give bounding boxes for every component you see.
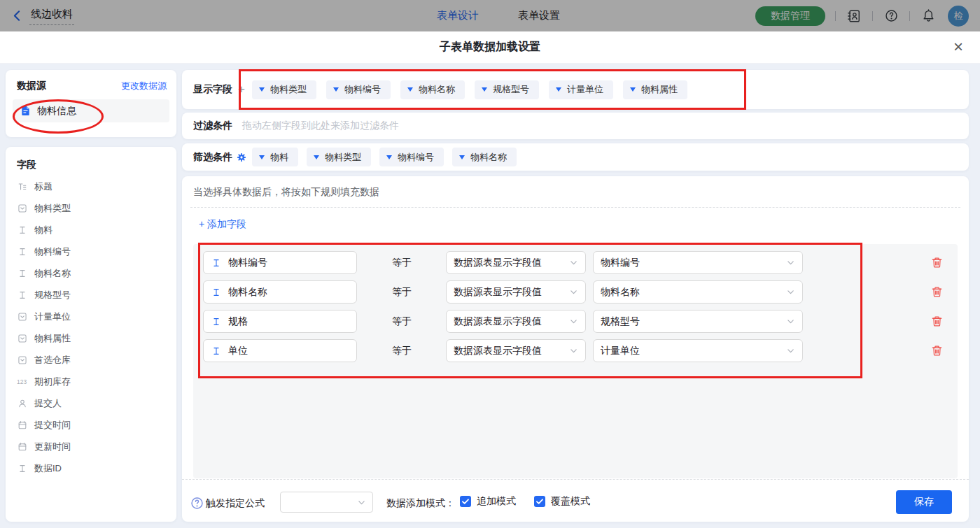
field-tag[interactable]: 物料: [252, 148, 298, 166]
data-add-modes: 追加模式覆盖模式: [460, 495, 590, 508]
caret-down-icon: [630, 87, 636, 92]
rule-source-select[interactable]: 数据源表显示字段值: [446, 280, 586, 304]
data-add-mode-option: 覆盖模式: [534, 495, 590, 508]
rule-value-select[interactable]: 计量单位: [593, 339, 803, 362]
field-item[interactable]: 物料类型: [6, 197, 176, 219]
field-item[interactable]: 物料: [6, 219, 176, 241]
field-item[interactable]: 规格型号: [6, 284, 176, 306]
field-item[interactable]: 更新时间: [6, 436, 176, 457]
rule-source-value: 数据源表显示字段值: [454, 315, 542, 328]
screening-field-tags: 物料物料类型物料编号物料名称: [252, 148, 517, 166]
text-field-icon: [211, 346, 222, 356]
filter-label: 过滤条件: [193, 120, 232, 132]
field-item[interactable]: 数据ID: [6, 457, 176, 479]
screening-label: 筛选条件: [193, 151, 232, 164]
select-field-icon: [17, 355, 28, 365]
rule-target-field[interactable]: 物料名称: [203, 280, 357, 304]
field-item[interactable]: 物料编号: [6, 241, 176, 262]
chevron-down-icon: [786, 287, 795, 297]
field-item[interactable]: 物料名称: [6, 262, 176, 284]
chevron-down-icon: [786, 346, 795, 355]
rule-value-value: 规格型号: [601, 315, 640, 328]
svg-text:123: 123: [17, 378, 27, 385]
chevron-down-icon: [786, 317, 795, 326]
rule-target-field[interactable]: 规格: [203, 310, 357, 333]
datasource-title: 数据源: [17, 80, 46, 92]
caret-down-icon: [314, 155, 319, 159]
field-tag[interactable]: 计量单位: [549, 80, 613, 99]
add-field-link[interactable]: + 添加字段: [199, 218, 246, 231]
change-datasource-link[interactable]: 更改数据源: [121, 80, 167, 92]
trigger-formula-select[interactable]: [280, 492, 373, 513]
rule-source-select[interactable]: 数据源表显示字段值: [446, 251, 586, 274]
rule-value-select[interactable]: 物料名称: [593, 280, 803, 304]
title-field-icon: [17, 182, 28, 192]
field-tag[interactable]: 物料类型: [307, 148, 371, 166]
add-display-field-button[interactable]: +: [238, 83, 245, 97]
delete-rule-button[interactable]: [931, 286, 943, 298]
rule-value-select[interactable]: 物料编号: [593, 251, 803, 274]
delete-rule-button[interactable]: [931, 345, 943, 357]
select-field-icon: [17, 334, 28, 343]
trigger-formula-label: 触发指定公式: [206, 497, 265, 510]
field-tag-label: 物料编号: [398, 151, 434, 164]
field-tag[interactable]: 物料编号: [379, 148, 444, 166]
save-button[interactable]: 保存: [896, 490, 952, 514]
rule-source-select[interactable]: 数据源表显示字段值: [446, 339, 586, 362]
field-item-label: 首选仓库: [34, 354, 71, 366]
chevron-down-icon: [786, 258, 795, 267]
rule-value-value: 物料编号: [601, 257, 640, 269]
field-item-label: 物料: [34, 224, 52, 236]
field-item-label: 标题: [34, 180, 52, 193]
field-tag[interactable]: 物料属性: [623, 80, 687, 99]
chevron-down-icon: [569, 258, 578, 267]
gear-icon[interactable]: [237, 152, 246, 162]
field-item[interactable]: 计量单位: [6, 306, 176, 327]
fields-panel: 字段 标题物料类型物料物料编号物料名称规格型号计量单位物料属性首选仓库123期初…: [6, 147, 176, 522]
field-tag[interactable]: 物料类型: [252, 80, 316, 99]
caret-down-icon: [482, 87, 487, 92]
filter-dropzone-placeholder[interactable]: 拖动左侧字段到此处来添加过滤条件: [242, 120, 399, 132]
rule-operator: 等于: [392, 280, 412, 304]
rule-target-field-label: 单位: [228, 345, 248, 357]
field-tag[interactable]: 规格型号: [475, 80, 539, 99]
rule-source-value: 数据源表显示字段值: [454, 286, 542, 299]
field-item-label: 更新时间: [34, 441, 71, 453]
field-item[interactable]: 提交人: [6, 392, 176, 414]
field-tag-label: 计量单位: [567, 83, 603, 96]
field-item[interactable]: 123期初库存: [6, 371, 176, 392]
checkbox-label: 覆盖模式: [551, 495, 590, 508]
field-item[interactable]: 首选仓库: [6, 349, 176, 371]
rule-source-select[interactable]: 数据源表显示字段值: [446, 310, 586, 333]
field-tag[interactable]: 物料名称: [452, 148, 517, 166]
modal-title: 子表单数据加载设置: [440, 40, 540, 55]
rule-target-field[interactable]: 单位: [203, 339, 357, 362]
field-tag-label: 物料: [270, 151, 288, 164]
delete-rule-button[interactable]: [931, 257, 943, 269]
checkbox-checked[interactable]: [534, 496, 545, 507]
chevron-down-icon: [569, 287, 578, 297]
help-icon[interactable]: [190, 497, 204, 510]
screening-section: 筛选条件 物料物料类型物料编号物料名称: [182, 143, 969, 171]
field-tag-label: 物料类型: [270, 83, 307, 96]
chevron-down-icon: [569, 317, 578, 326]
delete-rule-button[interactable]: [931, 315, 943, 327]
field-item-label: 物料类型: [34, 202, 71, 215]
checkbox-checked[interactable]: [460, 496, 471, 507]
datasource-item[interactable]: 物料信息: [13, 99, 169, 122]
rule-source-value: 数据源表显示字段值: [454, 257, 542, 269]
rule-value-select[interactable]: 规格型号: [593, 310, 803, 333]
display-fields-section: 显示字段 + 物料类型物料编号物料名称规格型号计量单位物料属性: [182, 70, 969, 109]
field-item[interactable]: 提交时间: [6, 414, 176, 436]
field-tag[interactable]: 物料编号: [326, 80, 391, 99]
text-field-icon: [17, 290, 28, 300]
field-item[interactable]: 物料属性: [6, 327, 176, 349]
close-icon[interactable]: ×: [953, 38, 963, 56]
field-item[interactable]: 标题: [6, 176, 176, 197]
field-tag[interactable]: 物料名称: [400, 80, 465, 99]
datasource-item-label: 物料信息: [37, 105, 76, 117]
rule-target-field[interactable]: 物料编号: [203, 251, 357, 274]
rule-target-field-label: 物料名称: [228, 286, 267, 299]
document-icon: [20, 106, 31, 116]
person-icon: [17, 399, 28, 408]
